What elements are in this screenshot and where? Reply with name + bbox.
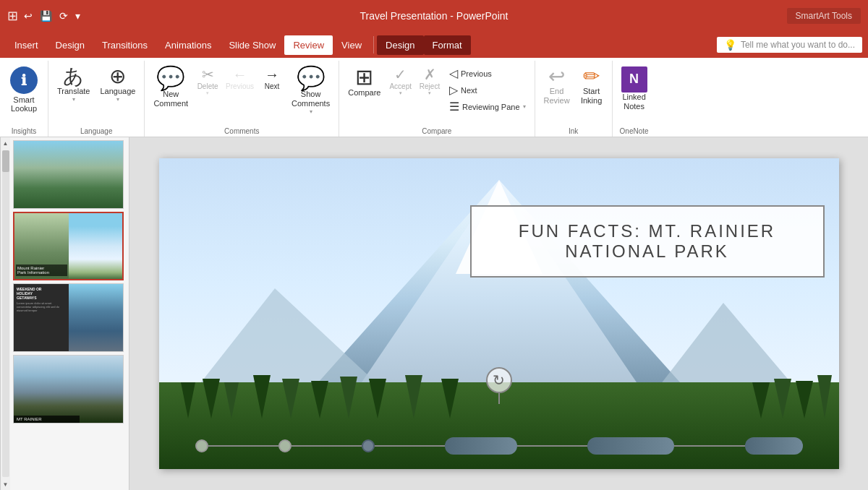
slide-4-label: MT RAINIER [14,416,80,423]
connector-3 [375,445,445,447]
linked-notes-button[interactable]: N Linked Notes [617,64,652,114]
ribbon-group-language: あ Translate ▾ ⊕ Language ▾ Language [48,61,145,137]
tell-me-input[interactable]: Tell me what you want to do... [741,40,855,50]
slide-thumbnail-3[interactable]: WEEKEND ORHOLIDAYGETAWAYS Lorem ipsum do… [13,283,124,352]
smartart-nodes [195,437,803,455]
menu-review[interactable]: Review [284,35,333,55]
slide-thumbnail-2[interactable]: Mount RainierPark Information [13,212,124,280]
smartart-rotate-handle[interactable]: ↻ [486,367,512,393]
translate-button[interactable]: あ Translate ▾ [53,64,94,106]
onenote-icon: N [621,66,647,93]
ribbon-group-comments: 💬 New Comment ✂ Delete ▾ ← Previous → Ne… [145,61,339,137]
title-bar: ⊞ ↩ 💾 ⟳ ▾ Travel Presentation - PowerPoi… [0,0,868,32]
slide-2-label: Mount RainierPark Information [16,265,67,276]
language-button[interactable]: ⊕ Language ▾ [95,64,140,106]
smartart-tools-label: SmartArt Tools [787,8,861,24]
smartart-bar-2[interactable] [587,437,674,455]
slide-title-box[interactable]: FUN FACTS: MT. RAINIER NATIONAL PARK [470,205,825,278]
menu-smartart-design[interactable]: Design [377,35,423,55]
scroll-thumb[interactable] [2,150,9,172]
ribbon-group-onenote: N Linked Notes OneNote [613,61,656,137]
smartart-node-1[interactable] [195,439,208,452]
compare-button[interactable]: ⊞ Compare [344,64,385,100]
onenote-label: OneNote [613,127,656,135]
slide-title-text: FUN FACTS: MT. RAINIER NATIONAL PARK [489,221,806,262]
menu-view[interactable]: View [333,35,370,55]
ribbon-group-insights: ℹ Smart Lookup Insights [0,61,48,137]
smartart-bar-1[interactable] [445,437,517,455]
ribbon: ℹ Smart Lookup Insights あ Translate ▾ ⊕ … [0,58,868,137]
undo-icon[interactable]: ↩ [24,10,33,22]
title-bar-controls: ⊞ ↩ 💾 ⟳ ▾ [7,8,80,24]
slide-panel: Mount RainierPark Information WEEKEND OR… [10,137,129,490]
smart-lookup-button[interactable]: ℹ Smart Lookup [4,64,43,123]
menu-slideshow[interactable]: Slide Show [220,35,284,55]
scroll-up-arrow[interactable]: ▲ [1,137,11,149]
smartart-bar-3[interactable] [745,437,803,455]
compare-next-button[interactable]: ▷ Next [445,82,530,98]
connector-5 [674,445,744,447]
compare-label: Compare [339,127,534,135]
previous-comment-button[interactable]: ← Previous [223,65,257,92]
ribbon-group-ink: ↩ End Review ✏ Start Inking Ink [535,61,613,137]
menu-insert[interactable]: Insert [6,35,47,55]
menu-smartart-format[interactable]: Format [424,35,471,55]
slide-thumbnail-4[interactable]: MT RAINIER [13,355,124,424]
smartart-node-2[interactable] [278,439,292,452]
connector-1 [208,445,278,447]
reviewing-pane-button[interactable]: ☰ Reviewing Pane ▾ [445,98,530,115]
menu-transitions[interactable]: Transitions [93,35,156,55]
insights-label: Insights [0,127,48,135]
next-comment-button[interactable]: → Next [258,65,286,92]
start-inking-button[interactable]: ✏ Start Inking [576,64,608,108]
menu-design[interactable]: Design [47,35,93,55]
presentation-area: FUN FACTS: MT. RAINIER NATIONAL PARK ↻ [129,137,868,490]
main-content: ▲ ▼ Mount RainierPark Information WEEKEN… [0,137,868,490]
compare-previous-button[interactable]: ◁ Previous [445,65,530,82]
ink-label: Ink [535,127,612,135]
smartart-node-3[interactable] [362,439,375,452]
redo-icon[interactable]: ⟳ [59,10,68,22]
slide-3-body: Lorem ipsum dolor sit amet consectetur a… [17,301,66,313]
reject-button[interactable]: ✗ Reject ▾ [416,65,443,98]
comments-label: Comments [145,127,339,135]
smartart-connector: ↻ [486,367,512,404]
delete-comment-button[interactable]: ✂ Delete ▾ [194,65,221,98]
document-title: Travel Presentation - PowerPoint [360,10,509,22]
slide-panel-scrollbar[interactable]: ▲ ▼ [0,137,10,490]
accept-button[interactable]: ✓ Accept ▾ [386,65,414,98]
slide-3-title: WEEKEND ORHOLIDAYGETAWAYS [17,287,66,300]
quick-access-toolbar: ↩ 💾 ⟳ ▾ [24,10,80,22]
save-icon[interactable]: 💾 [40,10,52,22]
scroll-track[interactable] [2,150,9,477]
menu-bar: Insert Design Transitions Animations Sli… [0,32,868,58]
scroll-down-arrow[interactable]: ▼ [1,478,11,490]
show-comments-button[interactable]: 💬 Show Comments ▾ [287,64,334,119]
new-comment-button[interactable]: 💬 New Comment [149,64,192,111]
language-label: Language [48,127,144,135]
connector-4 [517,445,587,447]
slide-canvas[interactable]: FUN FACTS: MT. RAINIER NATIONAL PARK ↻ [159,158,839,469]
customize-icon[interactable]: ▾ [75,10,80,22]
app-icon: ⊞ [7,8,18,24]
end-review-button[interactable]: ↩ End Review [540,64,574,108]
menu-animations[interactable]: Animations [156,35,220,55]
connector-2 [292,445,362,447]
ribbon-group-compare: ⊞ Compare ✓ Accept ▾ ✗ Reject ▾ ◁ Previo… [339,61,535,137]
slide-thumbnail-1[interactable] [13,140,124,209]
